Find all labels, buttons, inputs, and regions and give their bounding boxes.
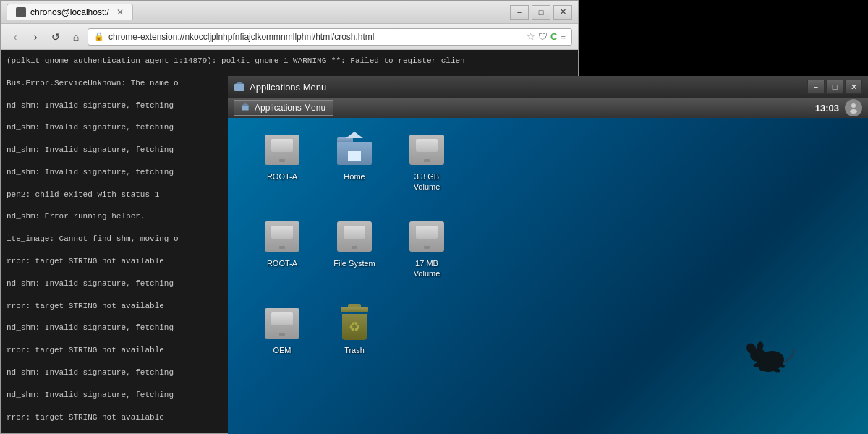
apps-icon (242, 103, 252, 113)
icon-label: Home (344, 171, 365, 182)
drive-icon-img (265, 135, 299, 165)
home-icon-img (337, 135, 372, 165)
icon-image (409, 219, 444, 254)
minimize-button[interactable]: − (510, 5, 529, 20)
tab-close-button[interactable]: ✕ (116, 7, 124, 17)
tab-favicon (16, 7, 26, 17)
home-button[interactable]: ⌂ (67, 28, 85, 46)
desktop-icon-trash[interactable]: Trash (322, 306, 387, 386)
desktop-icon-volume-3gb[interactable]: 3.3 GBVolume (394, 132, 459, 212)
drive-icon-img (409, 135, 444, 165)
svg-rect-2 (242, 106, 249, 111)
mouse-silhouette (745, 336, 796, 376)
desktop-icon-oem[interactable]: OEM (250, 306, 315, 386)
lock-icon: 🔒 (94, 32, 104, 41)
reload-button[interactable]: ↺ (47, 28, 64, 46)
window-controls: − □ ✕ (510, 5, 572, 20)
user-icon (848, 102, 859, 114)
icon-label: OEM (273, 345, 291, 355)
icon-image (337, 132, 372, 167)
drive-icon-img (265, 221, 299, 252)
browser-navbar: ‹ › ↺ ⌂ 🔒 chrome-extension://nkoccljplnh… (1, 24, 578, 50)
restore-button[interactable]: □ (532, 5, 550, 20)
clock: 13:03 (815, 103, 839, 114)
icon-label: ROOT-A (267, 171, 297, 182)
trash-icon-img (339, 307, 370, 340)
browser-titlebar: chronos@localhost:/ ✕ − □ ✕ (1, 1, 578, 24)
desktop-win-controls: − □ ✕ (807, 80, 862, 94)
c-icon[interactable]: C (550, 31, 557, 42)
icon-label: 17 MBVolume (414, 258, 441, 279)
svg-marker-1 (235, 82, 244, 84)
desktop-window: Applications Menu − □ ✕ Applications Men… (228, 76, 868, 434)
desktop-restore-button[interactable]: □ (826, 80, 843, 94)
desktop-icon-root-a-1[interactable]: ROOT-A (250, 132, 315, 212)
drive-icon-img (265, 308, 299, 339)
apps-menu-label: Applications Menu (255, 103, 326, 113)
icon-label: ROOT-A (267, 258, 297, 268)
desktop-icon-root-a-2[interactable]: ROOT-A (250, 219, 315, 299)
address-bar[interactable]: 🔒 chrome-extension://nkoccljplnhpfnfiajc… (88, 28, 572, 46)
svg-rect-0 (234, 84, 244, 91)
svg-marker-3 (242, 103, 250, 106)
terminal-line: (polkit-gnome-authentication-agent-1:148… (7, 56, 572, 67)
close-button[interactable]: ✕ (553, 5, 572, 20)
icon-label: File System (333, 258, 375, 268)
icon-image (265, 132, 299, 167)
browser-tab[interactable]: chronos@localhost:/ ✕ (7, 4, 133, 20)
shield-icon[interactable]: 🛡 (538, 31, 548, 42)
back-button[interactable]: ‹ (7, 28, 24, 46)
icon-image (337, 306, 372, 341)
desktop-icons-area: ROOT-A Home 3.3 GBVolume ROOT-A File Sys… (228, 118, 868, 434)
taskbar-right: 13:03 (815, 99, 862, 116)
desktop-title-text: Applications Menu (250, 82, 326, 93)
desktop-icon-volume-17mb[interactable]: 17 MBVolume (394, 219, 459, 299)
forward-button[interactable]: › (27, 28, 44, 46)
svg-point-5 (850, 109, 857, 114)
url-text: chrome-extension://nkoccljplnhpfnfiajclk… (109, 32, 522, 42)
address-actions: ☆ 🛡 C ≡ (527, 31, 566, 42)
icon-image (337, 219, 372, 254)
desktop-titlebar: Applications Menu − □ ✕ (228, 76, 868, 98)
desktop-icon-home[interactable]: Home (322, 132, 387, 212)
icon-image (409, 132, 444, 167)
icon-image (265, 306, 299, 341)
desktop-icon-filesystem[interactable]: File System (322, 219, 387, 299)
star-icon[interactable]: ☆ (527, 31, 535, 42)
user-avatar (845, 99, 862, 116)
desktop-title-icon (234, 81, 245, 93)
drive-icon-img (409, 221, 444, 252)
applications-menu-button[interactable]: Applications Menu (234, 100, 333, 116)
desktop-close-button[interactable]: ✕ (845, 80, 862, 94)
tab-title: chronos@localhost:/ (30, 7, 109, 17)
desktop-minimize-button[interactable]: − (807, 80, 825, 94)
svg-point-4 (851, 103, 856, 108)
drive-icon-img (337, 221, 372, 252)
menu-icon[interactable]: ≡ (560, 31, 566, 42)
taskbar: Applications Menu 13:03 (228, 98, 868, 118)
icon-label: 3.3 GBVolume (414, 171, 441, 192)
icon-label: Trash (344, 345, 365, 355)
icon-image (265, 219, 299, 254)
